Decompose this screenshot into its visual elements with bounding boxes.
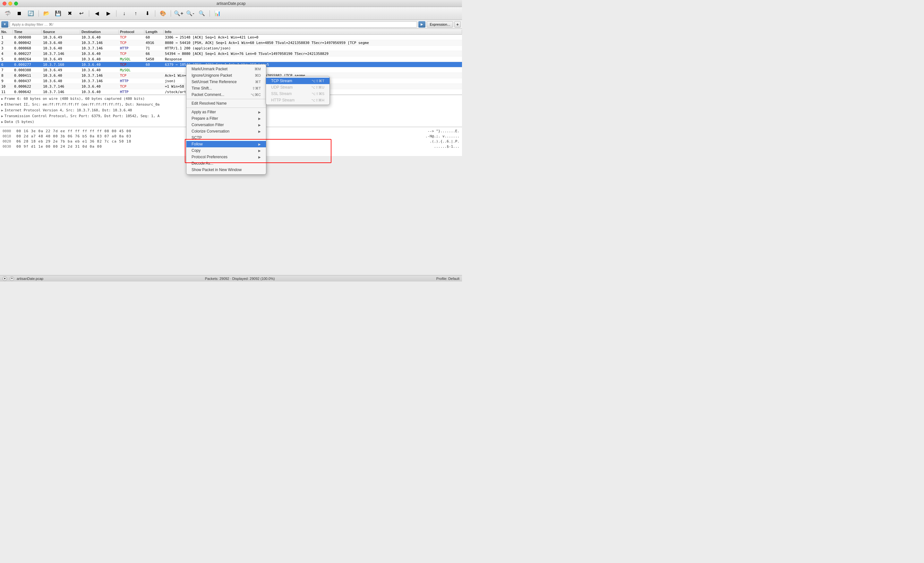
filter-apply-btn[interactable]: ▶ [418, 21, 425, 28]
toolbar-forward-btn[interactable]: ▶ [103, 9, 114, 18]
menu-item-show-packet-in-new-window[interactable]: Show Packet in New Window [186, 167, 266, 173]
menu-item-label: Colorize Conversation [192, 129, 230, 134]
plus-button[interactable]: + [454, 21, 461, 28]
cell-proto: MySQL [119, 57, 144, 61]
table-row[interactable]: 5 0.000264 10.3.6.49 10.3.6.40 MySQL 545… [0, 57, 462, 62]
menu-item-follow[interactable]: Follow ▶ [186, 141, 266, 147]
cell-src: 10.3.7.146 [42, 84, 80, 89]
menu-item-sctp[interactable]: SCTP [186, 135, 266, 141]
filter-bookmark-btn[interactable]: ▼ [1, 21, 8, 28]
toolbar-close-btn[interactable]: ✖ [64, 9, 75, 18]
expand-arrow-icon: ▶ [1, 97, 3, 101]
cell-no: 7 [0, 68, 13, 72]
cell-no: 1 [0, 35, 13, 39]
submenu-arrow-icon: ▶ [258, 143, 261, 146]
menu-shortcut: ⌘D [255, 74, 261, 78]
cell-dst: 10.3.6.40 [80, 84, 119, 89]
toolbar-shark-btn[interactable]: 🦈 [3, 9, 13, 18]
cell-no: 8 [0, 74, 13, 78]
cell-dst: 10.3.7.146 [80, 46, 119, 50]
menu-item-prepare-a-filter[interactable]: Prepare a Filter ▶ [186, 115, 266, 122]
submenu-arrow-icon: ▶ [258, 155, 261, 159]
menu-shortcut: ▶ [258, 117, 261, 120]
toolbar-reload-btn[interactable]: ↩ [76, 9, 86, 18]
cell-time: 0.000411 [13, 74, 42, 78]
menu-item-edit-resolved-name[interactable]: Edit Resolved Name [186, 100, 266, 107]
table-row[interactable]: 1 0.000000 10.3.6.49 10.3.6.40 TCP 60 33… [0, 35, 462, 40]
detail-text: Frame 6: 60 bytes on wire (480 bits), 60… [4, 97, 145, 101]
col-protocol: Protocol [119, 30, 144, 34]
traffic-lights [3, 2, 18, 6]
titlebar: artisanDate.pcap [0, 0, 462, 7]
submenu-item-tcp-stream[interactable]: TCP Stream ⌥⇧⌘T [266, 78, 330, 84]
toolbar-top-btn[interactable]: ↑ [130, 9, 141, 18]
window-title: artisanDate.pcap [217, 1, 246, 6]
menu-item-packet-comment---[interactable]: Packet Comment... ⌥⌘C [186, 92, 266, 98]
submenu-item-label: HTTP Stream [271, 98, 294, 102]
table-row[interactable]: 2 0.000042 10.3.6.40 10.3.7.146 TCP 4916… [0, 40, 462, 46]
menu-item-decode-as---[interactable]: Decode As... [186, 160, 266, 167]
menu-item-protocol-preferences[interactable]: Protocol Preferences ▶ [186, 154, 266, 160]
menu-item-set-unset-time-reference[interactable]: Set/Unset Time Reference ⌘T [186, 79, 266, 85]
menu-item-label: Mark/Unmark Packet [192, 67, 228, 71]
submenu-arrow-icon: ▶ [258, 117, 261, 120]
cell-no: 9 [0, 79, 13, 83]
toolbar-goto-btn[interactable]: ↓ [119, 9, 129, 18]
expression-button[interactable]: Expression... [427, 21, 453, 28]
toolbar-stats-btn[interactable]: 📊 [212, 9, 223, 18]
table-row[interactable]: 3 0.000068 10.3.6.40 10.3.7.146 HTTP 71 … [0, 46, 462, 51]
cell-src: 10.3.7.146 [42, 52, 80, 56]
toolbar-open-btn[interactable]: 📂 [41, 9, 52, 18]
cell-dst: 10.3.6.40 [80, 35, 119, 39]
submenu-item-http-stream[interactable]: HTTP Stream ⌥⇧⌘H [266, 97, 330, 104]
toolbar-zoom-reset-btn[interactable]: 🔍 [196, 9, 207, 18]
menu-shortcut: ▶ [258, 123, 261, 127]
cell-src: 10.3.6.40 [42, 79, 80, 83]
toolbar-save-btn[interactable]: 💾 [53, 9, 63, 18]
menu-item-apply-as-filter[interactable]: Apply as Filter ▶ [186, 109, 266, 115]
cell-dst: 10.3.6.40 [80, 68, 119, 72]
menu-item-mark-unmark-packet[interactable]: Mark/Unmark Packet ⌘M [186, 66, 266, 72]
menu-item-ignore-unignore-packet[interactable]: Ignore/Unignore Packet ⌘D [186, 72, 266, 79]
menu-shortcut: ▶ [258, 149, 261, 152]
col-length: Length [144, 30, 164, 34]
toolbar-zoom-out-btn[interactable]: 🔍- [185, 9, 195, 18]
detail-text: Internet Protocol Version 4, Src: 10.3.7… [4, 108, 132, 113]
toolbar-sep-3 [116, 10, 117, 17]
menu-item-time-shift---[interactable]: Time Shift... ⇧⌘T [186, 85, 266, 92]
cell-time: 0.000388 [13, 68, 42, 72]
cell-dst: 10.3.7.146 [80, 79, 119, 83]
cell-no: 2 [0, 41, 13, 45]
cell-time: 0.000042 [13, 41, 42, 45]
cell-proto: HTTP [119, 79, 144, 83]
toolbar-colorize-btn[interactable]: 🎨 [158, 9, 168, 18]
toolbar-bottom-btn[interactable]: ⬇ [142, 9, 152, 18]
hex-offset: 0030 [3, 144, 14, 149]
close-button[interactable] [3, 2, 6, 6]
submenu-item-udp-stream[interactable]: UDP Stream ⌥⇧⌘U [266, 84, 330, 90]
hex-offset: 0010 [3, 134, 14, 138]
submenu-item-ssl-stream[interactable]: SSL Stream ⌥⇧⌘S [266, 90, 330, 97]
toolbar-stop-btn[interactable]: ⏹ [14, 9, 24, 18]
minimize-button[interactable] [8, 2, 12, 6]
menu-item-colorize-conversation[interactable]: Colorize Conversation ▶ [186, 128, 266, 135]
filter-input[interactable] [10, 21, 417, 28]
menu-item-conversation-filter[interactable]: Conversation Filter ▶ [186, 122, 266, 128]
table-row[interactable]: 4 0.000227 10.3.7.146 10.3.6.40 TCP 66 5… [0, 51, 462, 57]
follow-submenu: TCP Stream ⌥⇧⌘T UDP Stream ⌥⇧⌘U SSL Stre… [266, 76, 330, 105]
toolbar-sep-2 [89, 10, 89, 17]
menu-item-label: Packet Comment... [192, 92, 224, 97]
cell-proto: TCP [119, 41, 144, 45]
cell-no: 6 [0, 63, 13, 67]
toolbar-back-btn[interactable]: ◀ [92, 9, 102, 18]
toolbar-refresh-btn[interactable]: 🔄 [26, 9, 36, 18]
menu-item-label: Protocol Preferences [192, 155, 228, 159]
toolbar: 🦈 ⏹ 🔄 📂 💾 ✖ ↩ ◀ ▶ ↓ ↑ ⬇ 🎨 🔍+ 🔍- 🔍 📊 [0, 7, 462, 20]
toolbar-sep-5 [171, 10, 171, 17]
submenu-item-label: UDP Stream [271, 85, 292, 90]
menu-item-copy[interactable]: Copy ▶ [186, 147, 266, 154]
hex-ascii: ......$-1... [434, 144, 459, 149]
toolbar-zoom-in-btn[interactable]: 🔍+ [174, 9, 184, 18]
col-source: Source [42, 30, 80, 34]
fullscreen-button[interactable] [14, 2, 18, 6]
